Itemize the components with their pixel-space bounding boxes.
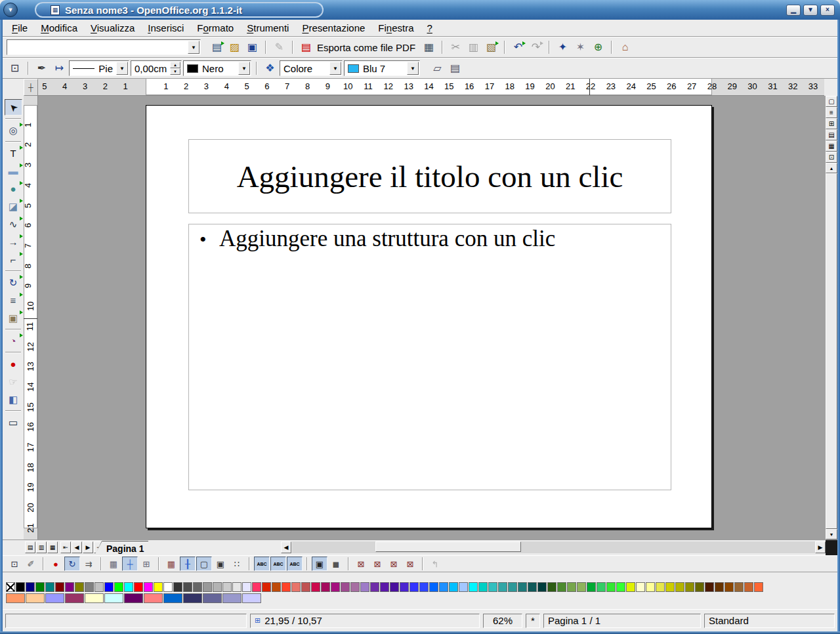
color-swatch[interactable] — [419, 582, 429, 592]
color-swatch[interactable] — [213, 582, 222, 592]
color-swatch[interactable] — [685, 582, 694, 592]
snap-to-object-frame-toggle[interactable]: ▣ — [213, 557, 228, 571]
start-presentation-button[interactable]: ⊡ — [826, 152, 837, 163]
color-swatch[interactable] — [6, 593, 25, 603]
color-swatch[interactable] — [242, 582, 251, 592]
color-swatch[interactable] — [154, 582, 163, 592]
color-swatch[interactable] — [124, 593, 143, 603]
color-swatch[interactable] — [301, 582, 310, 592]
color-swatch[interactable] — [85, 582, 94, 592]
outline-placeholder[interactable]: • Aggiungere una struttura con un clic — [188, 224, 671, 490]
workspace-canvas[interactable]: Aggiungere il titolo con un clic • Aggiu… — [38, 96, 826, 539]
color-swatch[interactable] — [94, 582, 104, 592]
color-swatch[interactable] — [124, 582, 133, 592]
color-swatch[interactable] — [35, 582, 45, 592]
slide[interactable]: Aggiungere il titolo con un clic • Aggiu… — [146, 105, 712, 528]
status-page-field[interactable]: Pagina 1 / 1 — [543, 614, 701, 628]
3d-objects-tool[interactable]: ◪ — [5, 198, 22, 215]
open-icon[interactable]: ▨ — [226, 39, 243, 55]
color-swatch[interactable] — [65, 582, 74, 592]
print-icon[interactable]: ▦ — [421, 39, 437, 55]
color-swatch[interactable] — [104, 593, 123, 603]
color-swatch[interactable] — [183, 593, 202, 603]
color-swatch[interactable] — [350, 582, 360, 592]
status-zoom-field[interactable]: 62% — [483, 614, 522, 628]
color-swatch[interactable] — [469, 582, 478, 592]
system-menu-button[interactable]: ▼ — [3, 3, 18, 17]
show-grid-toggle[interactable]: ▦ — [106, 557, 121, 571]
color-swatch[interactable] — [85, 593, 104, 603]
select-text-area-toggle[interactable]: ABC — [270, 557, 286, 571]
color-swatch[interactable] — [45, 593, 64, 603]
color-swatch[interactable] — [547, 582, 556, 592]
line-width-up[interactable]: ▲ — [170, 62, 180, 68]
zoom-tool[interactable]: ◎ — [5, 122, 22, 138]
color-swatch[interactable] — [104, 582, 114, 592]
page-tab[interactable]: Pagina 1 — [94, 541, 156, 555]
color-swatch[interactable] — [291, 582, 301, 592]
navigator-icon[interactable]: ✦ — [555, 39, 571, 55]
line-width-down[interactable]: ▼ — [170, 68, 180, 75]
color-swatch[interactable] — [242, 593, 261, 603]
arrow-ends-icon[interactable]: ↦ — [51, 60, 68, 76]
color-swatch[interactable] — [232, 582, 242, 592]
color-swatch[interactable] — [557, 582, 566, 592]
hscroll-track[interactable] — [292, 541, 815, 553]
color-swatch[interactable] — [380, 582, 389, 592]
export-pdf-label[interactable]: Esporta come file PDF — [316, 42, 419, 53]
color-swatch[interactable] — [75, 582, 84, 592]
next-page-button[interactable]: ▶ — [83, 541, 93, 553]
color-swatch[interactable] — [114, 582, 123, 592]
color-swatch[interactable] — [65, 593, 84, 603]
lines-arrows-tool[interactable]: → — [5, 234, 22, 250]
arrange-tool[interactable]: ▣ — [5, 310, 22, 326]
snap-to-grid-toggle[interactable]: ▦ — [163, 557, 179, 571]
color-swatch[interactable] — [498, 582, 507, 592]
color-swatch[interactable] — [537, 582, 547, 592]
snap-to-snap-lines-toggle[interactable]: ╂ — [180, 557, 196, 571]
new-document-icon[interactable]: ▤ — [209, 39, 225, 55]
insert-tool[interactable]: ◔ — [5, 333, 22, 349]
color-swatch[interactable] — [173, 582, 182, 592]
edit-file-icon[interactable]: ✎ — [271, 39, 287, 55]
color-swatch[interactable] — [183, 582, 192, 592]
master-mode-button[interactable]: ▥ — [36, 541, 47, 553]
color-swatch[interactable] — [715, 582, 724, 592]
vscroll-up-button[interactable]: ▲ — [826, 163, 837, 173]
effects-window-toggle[interactable]: ● — [48, 557, 64, 571]
edit-points-toggle[interactable]: ⊡ — [7, 557, 22, 571]
color-swatch[interactable] — [163, 582, 173, 592]
3d-controller-tool[interactable]: ◧ — [5, 391, 22, 408]
line-style-combobox[interactable]: Pie ▼ — [69, 60, 129, 76]
color-swatch[interactable] — [567, 582, 576, 592]
color-swatch[interactable] — [439, 582, 448, 592]
contour-placeholder-toggle[interactable]: ⊠ — [369, 557, 385, 571]
helplines-front-toggle[interactable]: ⊞ — [138, 557, 154, 571]
interaction-tool[interactable]: ☞ — [5, 373, 22, 390]
color-swatch[interactable] — [400, 582, 409, 592]
snap-to-margins-toggle[interactable]: ▢ — [196, 557, 212, 571]
color-swatch[interactable] — [665, 582, 675, 592]
color-swatch[interactable] — [744, 582, 753, 592]
rectangle-tool[interactable]: ▬ — [5, 163, 22, 179]
menu-inserisci[interactable]: Inserisci — [141, 21, 190, 35]
color-swatch[interactable] — [222, 593, 242, 603]
color-swatch[interactable] — [597, 582, 606, 592]
fill-color-combobox[interactable]: Blu 7 ▼ — [344, 60, 420, 76]
color-swatch[interactable] — [45, 582, 54, 592]
fill-type-dropdown-arrow[interactable]: ▼ — [329, 62, 341, 75]
previous-page-button[interactable]: ◀ — [72, 541, 82, 553]
color-swatch[interactable] — [144, 593, 163, 603]
shadow-icon[interactable]: ▱ — [429, 60, 446, 76]
fill-color-dropdown-arrow[interactable]: ▼ — [407, 62, 419, 75]
presentation-tool[interactable]: ▭ — [5, 414, 22, 431]
curve-tool[interactable]: ∿ — [5, 216, 22, 232]
color-swatch[interactable] — [508, 582, 517, 592]
pen-icon[interactable]: ✒ — [33, 60, 50, 76]
color-swatch[interactable] — [222, 582, 232, 592]
notes-view-button[interactable]: ▤ — [826, 129, 837, 140]
color-swatch[interactable] — [459, 582, 468, 592]
color-swatch[interactable] — [754, 582, 763, 592]
export-pdf-icon[interactable]: ▤ — [298, 39, 314, 55]
status-template-field[interactable]: Standard — [704, 614, 835, 628]
